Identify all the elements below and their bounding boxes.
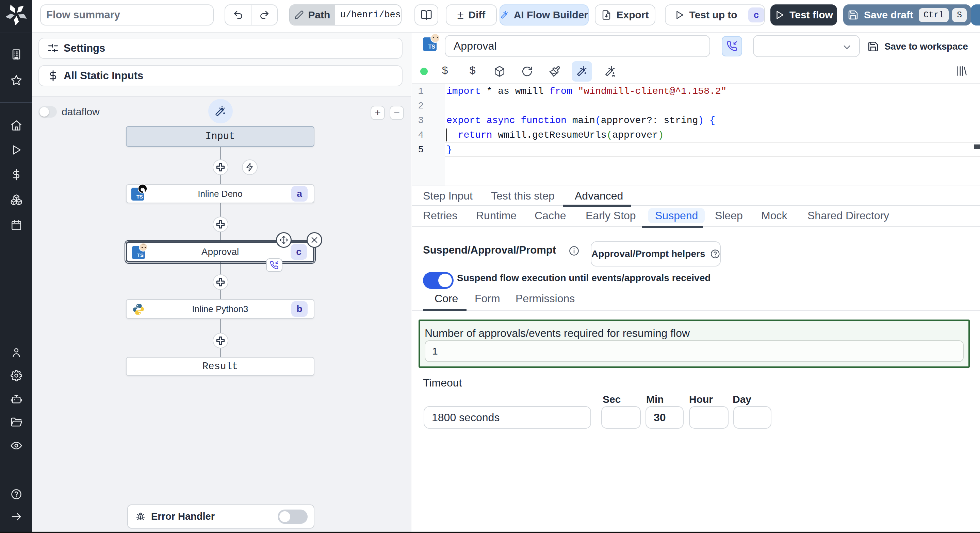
svg-text:TS: TS [137, 194, 143, 200]
svg-text:TS: TS [137, 252, 143, 258]
svg-text:TS: TS [428, 44, 435, 50]
